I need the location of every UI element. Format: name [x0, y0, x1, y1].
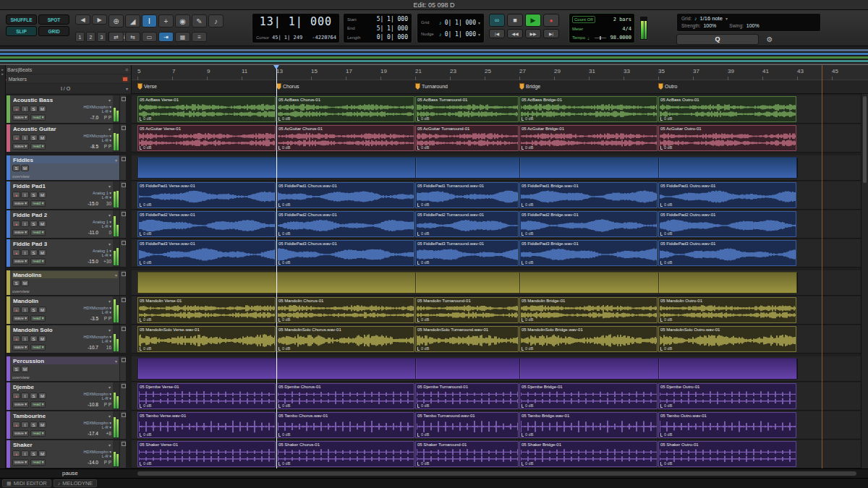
audio-clip[interactable]: 05 AcGuitar Verse-010 dB	[137, 125, 276, 151]
zoom-preset-2-button[interactable]: 2	[86, 32, 95, 42]
volume-readout[interactable]: -3.5	[90, 316, 98, 321]
audio-clip[interactable]: 05 FiddlePad1 Bridge.wav-010 dB	[519, 182, 658, 208]
audio-clip[interactable]: 05 FiddlePad3 Chorus.wav-010 dB	[276, 240, 414, 266]
pan-readout[interactable]: P P	[100, 144, 111, 149]
track-lane-mandolin[interactable]: 05 Mandolin Verse-010 dB05 Mandolin Chor…	[132, 296, 868, 325]
track-view-selector[interactable]: wave ▾	[12, 344, 29, 351]
collapsed-rulers[interactable]	[0, 46, 868, 65]
clip-gain[interactable]: 0 dB	[522, 202, 533, 207]
audio-clip[interactable]: 05 FiddlePad2 Verse.wav-010 dB	[137, 211, 276, 237]
clip-gain[interactable]: 0 dB	[417, 145, 429, 150]
bars-beats-ruler-header[interactable]: ▾ Bars|Beats ≡	[0, 65, 131, 74]
clip-gain[interactable]: 0 dB	[522, 145, 533, 150]
clip-gain[interactable]: 0 dB	[417, 317, 429, 322]
clip-gain[interactable]: 0 dB	[278, 116, 290, 121]
track-name[interactable]: Tambourine	[13, 413, 46, 419]
audio-clip[interactable]: 05 AcGuitar Outro-010 dB	[658, 125, 796, 151]
mute-button[interactable]: M	[21, 165, 29, 171]
audio-clip[interactable]: 05 FiddlePad2 Outro.wav-010 dB	[658, 211, 796, 237]
track-header-percussion[interactable]: Percussion▾SMoverview	[7, 356, 126, 382]
audio-clip[interactable]: 05 Djembe Bridge-010 dB	[519, 383, 658, 409]
pan-readout[interactable]: +8	[100, 431, 111, 436]
track-name[interactable]: Fiddle Pad 3	[13, 241, 47, 247]
track-lane-fiddles[interactable]	[132, 155, 868, 181]
input-monitor-button[interactable]: I	[21, 307, 29, 313]
track-view-selector[interactable]: wave ▾	[12, 200, 29, 207]
audio-clip[interactable]: 05 FiddlePad1 Turnaround.wav-010 dB	[415, 182, 519, 208]
track-lane-percussion[interactable]	[132, 356, 868, 382]
track-lane-fiddle-pad-3[interactable]: 05 FiddlePad3 Verse.wav-010 dB05 FiddleP…	[132, 239, 868, 267]
strength-value[interactable]: 100%	[703, 23, 716, 28]
grid-nudge-value[interactable]: 0| 1| 000	[445, 20, 476, 26]
audio-clip[interactable]: 05 Mandolin Verse-010 dB	[137, 297, 276, 323]
track-name[interactable]: Djembe	[13, 384, 34, 390]
clip-gain[interactable]: 0 dB	[660, 231, 672, 236]
playhead-cursor[interactable]	[276, 65, 277, 468]
automation-mode-selector[interactable]: read ▾	[30, 430, 46, 437]
automation-mode-selector[interactable]: read ▾	[30, 114, 46, 121]
volume-readout[interactable]: -7.0	[90, 115, 98, 120]
marker-bridge[interactable]: Bridge	[519, 83, 540, 90]
audio-clip[interactable]: 05 Shaker Turnaround-010 dB	[415, 441, 519, 467]
automation-mode-selector[interactable]: read ▾	[30, 344, 46, 351]
audio-clip[interactable]: 05 FiddlePad3 Turnaround.wav-010 dB	[415, 240, 519, 266]
record-enable-button[interactable]: ●	[12, 192, 20, 198]
melodyne-tab[interactable]: ♪ MELODYNE	[54, 479, 98, 487]
zoom-preset-3-button[interactable]: 3	[97, 32, 106, 42]
mirrored-midi-editing-icon[interactable]: ▦	[175, 32, 190, 42]
clip-gain[interactable]: 0 dB	[278, 403, 290, 408]
audio-clip[interactable]: 05 Tambo Verse.wav-010 dB	[137, 412, 276, 438]
input-monitor-button[interactable]: I	[21, 134, 29, 141]
audio-clip[interactable]: 05 MandolinSolo Outro.wav-010 dB	[658, 326, 796, 352]
clip-gain[interactable]: 0 dB	[417, 202, 429, 207]
clip-gain[interactable]: 0 dB	[660, 116, 672, 121]
folder-view-label[interactable]: overview	[12, 375, 30, 380]
clip-gain[interactable]: 0 dB	[522, 260, 533, 265]
loop-playback-button[interactable]: ∞	[489, 14, 505, 27]
io-output-selector[interactable]: L-R ▾	[93, 195, 111, 200]
track-lane-tambourine[interactable]: 05 Tambo Verse.wav-010 dB05 Tambo Chorus…	[132, 411, 868, 440]
record-enable-button[interactable]: ●	[12, 106, 20, 112]
selection-value[interactable]: 0| 0| 000	[377, 34, 408, 40]
track-lane-acoustic-bass[interactable]: 05 AcBass Verse-010 dB05 AcBass Chorus-0…	[132, 95, 868, 124]
track-options-box[interactable]	[119, 382, 126, 410]
markers-ruler[interactable]: VerseChorusTurnaroundBridgeOutro	[132, 80, 868, 94]
audio-clip[interactable]: 05 FiddlePad3 Outro.wav-010 dB	[658, 240, 796, 266]
pan-readout[interactable]: P P	[100, 460, 111, 465]
track-options-box[interactable]	[119, 239, 126, 267]
volume-readout[interactable]: -8.5	[90, 144, 98, 149]
audio-clip[interactable]: 05 Tambo Outro.wav-010 dB	[658, 412, 796, 438]
track-options-box[interactable]	[119, 210, 126, 238]
automation-follows-edit-icon[interactable]: ≡	[192, 32, 207, 42]
audio-clip[interactable]: 05 FiddlePad1 Outro.wav-010 dB	[658, 182, 796, 208]
clip-gain[interactable]: 0 dB	[660, 346, 672, 351]
clip-gain[interactable]: 0 dB	[140, 116, 151, 121]
mute-button[interactable]: M	[21, 366, 29, 372]
mode-slip-button[interactable]: SLIP	[6, 26, 37, 36]
automation-mode-selector[interactable]: read ▾	[30, 315, 46, 322]
tempo-slider[interactable]	[595, 38, 606, 38]
clip-gain[interactable]: 0 dB	[660, 403, 672, 408]
automation-mode-selector[interactable]: read ▾	[30, 143, 46, 150]
mode-spot-button[interactable]: SPOT	[38, 14, 69, 25]
selection-value[interactable]: 5| 1| 000	[377, 16, 408, 22]
clip-gain[interactable]: 0 dB	[660, 260, 672, 265]
audio-clip[interactable]: 05 AcGuitar Turnaround-010 dB	[415, 125, 519, 151]
audio-clip[interactable]: 05 Djembe Verse-010 dB	[137, 383, 276, 409]
clip-gain[interactable]: 0 dB	[278, 317, 290, 322]
track-header-mandolins[interactable]: Mandolins▾SMoverview	[7, 270, 126, 296]
track-lane-mandolins[interactable]	[132, 270, 868, 296]
audio-clip[interactable]: 05 FiddlePad1 Verse.wav-010 dB	[137, 182, 276, 208]
folder-view-label[interactable]: overview	[12, 289, 30, 294]
play-button[interactable]: ▶	[525, 14, 541, 27]
markers-ruler-header[interactable]: ◆ Markers	[0, 74, 131, 84]
input-monitor-button[interactable]: I	[21, 450, 29, 457]
clip-gain[interactable]: 0 dB	[417, 432, 429, 437]
automation-mode-selector[interactable]: read ▾	[30, 258, 46, 265]
record-enable-button[interactable]: ●	[12, 221, 20, 227]
stop-button[interactable]: ■	[507, 14, 523, 27]
audio-clip[interactable]: 05 FiddlePad2 Bridge.wav-010 dB	[519, 211, 658, 237]
clip-gain[interactable]: 0 dB	[417, 461, 429, 466]
mute-button[interactable]: M	[38, 192, 46, 198]
track-name[interactable]: Acoustic Bass	[13, 97, 53, 103]
